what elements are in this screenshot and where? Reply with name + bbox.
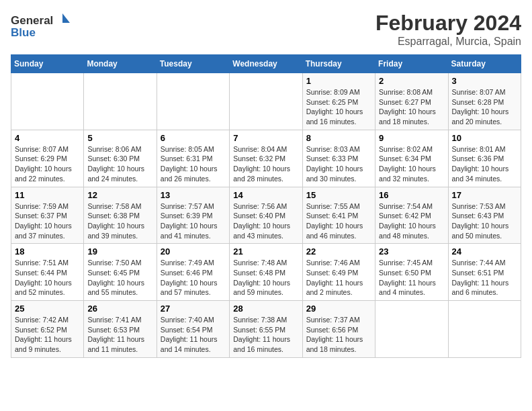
day-info: Sunrise: 7:55 AMSunset: 6:41 PMDaylight:… [306, 201, 371, 241]
day-header-sunday: Sunday [11, 55, 84, 73]
calendar-cell: 4Sunrise: 8:07 AMSunset: 6:29 PMDaylight… [11, 130, 84, 187]
calendar-cell [11, 73, 84, 130]
day-info: Sunrise: 7:46 AMSunset: 6:49 PMDaylight:… [306, 258, 371, 298]
day-number: 19 [87, 246, 152, 257]
day-info: Sunrise: 8:07 AMSunset: 6:28 PMDaylight:… [452, 87, 517, 127]
day-number: 20 [161, 246, 226, 257]
calendar-cell: 12Sunrise: 7:58 AMSunset: 6:38 PMDayligh… [84, 187, 157, 244]
day-number: 24 [452, 246, 517, 257]
day-info: Sunrise: 7:40 AMSunset: 6:54 PMDaylight:… [161, 315, 226, 355]
day-header-wednesday: Wednesday [230, 55, 302, 73]
day-number: 9 [379, 133, 444, 143]
calendar-table: SundayMondayTuesdayWednesdayThursdayFrid… [11, 54, 521, 358]
day-number: 22 [306, 246, 371, 257]
day-number: 26 [87, 304, 152, 314]
calendar-cell: 23Sunrise: 7:45 AMSunset: 6:50 PMDayligh… [375, 244, 448, 301]
day-info: Sunrise: 8:06 AMSunset: 6:30 PMDaylight:… [87, 144, 152, 184]
calendar-cell: 7Sunrise: 8:04 AMSunset: 6:32 PMDaylight… [230, 130, 302, 187]
day-info: Sunrise: 7:59 AMSunset: 6:37 PMDaylight:… [15, 201, 80, 241]
day-info: Sunrise: 7:48 AMSunset: 6:48 PMDaylight:… [233, 258, 298, 298]
day-header-saturday: Saturday [448, 55, 521, 73]
day-info: Sunrise: 8:05 AMSunset: 6:31 PMDaylight:… [161, 144, 226, 184]
calendar-cell: 27Sunrise: 7:40 AMSunset: 6:54 PMDayligh… [157, 301, 229, 358]
calendar-cell: 28Sunrise: 7:38 AMSunset: 6:55 PMDayligh… [230, 301, 302, 358]
day-number: 11 [15, 190, 80, 200]
calendar-cell: 1Sunrise: 8:09 AMSunset: 6:25 PMDaylight… [302, 73, 375, 130]
calendar-cell: 8Sunrise: 8:03 AMSunset: 6:33 PMDaylight… [302, 130, 375, 187]
calendar-cell [157, 73, 229, 130]
calendar-cell: 3Sunrise: 8:07 AMSunset: 6:28 PMDaylight… [448, 73, 521, 130]
day-info: Sunrise: 7:58 AMSunset: 6:38 PMDaylight:… [87, 201, 152, 241]
calendar-cell: 22Sunrise: 7:46 AMSunset: 6:49 PMDayligh… [302, 244, 375, 301]
day-number: 8 [306, 133, 371, 143]
title-area: February 2024 Esparragal, Murcia, Spain [375, 11, 521, 48]
day-info: Sunrise: 8:04 AMSunset: 6:32 PMDaylight:… [233, 144, 298, 184]
calendar-cell: 5Sunrise: 8:06 AMSunset: 6:30 PMDaylight… [84, 130, 157, 187]
day-info: Sunrise: 7:38 AMSunset: 6:55 PMDaylight:… [233, 315, 298, 355]
day-number: 29 [306, 304, 371, 314]
day-info: Sunrise: 7:54 AMSunset: 6:42 PMDaylight:… [379, 201, 444, 241]
calendar-cell: 2Sunrise: 8:08 AMSunset: 6:27 PMDaylight… [375, 73, 448, 130]
day-number: 5 [87, 133, 152, 143]
calendar-cell: 19Sunrise: 7:50 AMSunset: 6:45 PMDayligh… [84, 244, 157, 301]
calendar-cell: 29Sunrise: 7:37 AMSunset: 6:56 PMDayligh… [302, 301, 375, 358]
calendar-cell: 13Sunrise: 7:57 AMSunset: 6:39 PMDayligh… [157, 187, 229, 244]
day-number: 27 [161, 304, 226, 314]
svg-text:Blue: Blue [11, 26, 36, 39]
day-info: Sunrise: 8:02 AMSunset: 6:34 PMDaylight:… [379, 144, 444, 184]
day-info: Sunrise: 8:03 AMSunset: 6:33 PMDaylight:… [306, 144, 371, 184]
day-number: 28 [233, 304, 298, 314]
day-info: Sunrise: 7:50 AMSunset: 6:45 PMDaylight:… [87, 258, 152, 298]
day-number: 23 [379, 246, 444, 257]
calendar-cell: 24Sunrise: 7:44 AMSunset: 6:51 PMDayligh… [448, 244, 521, 301]
day-number: 16 [379, 190, 444, 200]
calendar-cell: 11Sunrise: 7:59 AMSunset: 6:37 PMDayligh… [11, 187, 84, 244]
calendar-cell [375, 301, 448, 358]
day-header-monday: Monday [84, 55, 157, 73]
day-info: Sunrise: 8:01 AMSunset: 6:36 PMDaylight:… [452, 144, 517, 184]
day-number: 25 [15, 304, 80, 314]
calendar-cell: 25Sunrise: 7:42 AMSunset: 6:52 PMDayligh… [11, 301, 84, 358]
calendar-cell: 26Sunrise: 7:41 AMSunset: 6:53 PMDayligh… [84, 301, 157, 358]
logo: General Blue [11, 11, 71, 41]
calendar-cell: 20Sunrise: 7:49 AMSunset: 6:46 PMDayligh… [157, 244, 229, 301]
day-number: 14 [233, 190, 298, 200]
day-number: 3 [452, 76, 517, 86]
day-info: Sunrise: 7:45 AMSunset: 6:50 PMDaylight:… [379, 258, 444, 298]
calendar-cell [230, 73, 302, 130]
day-number: 12 [87, 190, 152, 200]
day-number: 1 [306, 76, 371, 86]
header: General Blue February 2024 Esparragal, M… [11, 11, 521, 48]
day-number: 10 [452, 133, 517, 143]
calendar-subtitle: Esparragal, Murcia, Spain [375, 36, 521, 48]
calendar-cell [448, 301, 521, 358]
calendar-cell: 17Sunrise: 7:53 AMSunset: 6:43 PMDayligh… [448, 187, 521, 244]
calendar-cell: 18Sunrise: 7:51 AMSunset: 6:44 PMDayligh… [11, 244, 84, 301]
day-number: 2 [379, 76, 444, 86]
day-info: Sunrise: 7:57 AMSunset: 6:39 PMDaylight:… [161, 201, 226, 241]
day-header-tuesday: Tuesday [157, 55, 229, 73]
day-number: 21 [233, 246, 298, 257]
day-info: Sunrise: 8:07 AMSunset: 6:29 PMDaylight:… [15, 144, 80, 184]
day-header-thursday: Thursday [302, 55, 375, 73]
day-number: 4 [15, 133, 80, 143]
calendar-cell: 9Sunrise: 8:02 AMSunset: 6:34 PMDaylight… [375, 130, 448, 187]
day-number: 7 [233, 133, 298, 143]
svg-marker-1 [62, 13, 70, 23]
day-number: 18 [15, 246, 80, 257]
calendar-cell: 10Sunrise: 8:01 AMSunset: 6:36 PMDayligh… [448, 130, 521, 187]
calendar-cell: 21Sunrise: 7:48 AMSunset: 6:48 PMDayligh… [230, 244, 302, 301]
day-info: Sunrise: 8:08 AMSunset: 6:27 PMDaylight:… [379, 87, 444, 127]
calendar-cell [84, 73, 157, 130]
logo-svg: General Blue [11, 11, 71, 41]
calendar-title: February 2024 [375, 11, 521, 36]
calendar-cell: 15Sunrise: 7:55 AMSunset: 6:41 PMDayligh… [302, 187, 375, 244]
day-number: 17 [452, 190, 517, 200]
day-info: Sunrise: 7:53 AMSunset: 6:43 PMDaylight:… [452, 201, 517, 241]
day-number: 13 [161, 190, 226, 200]
day-header-friday: Friday [375, 55, 448, 73]
day-info: Sunrise: 7:37 AMSunset: 6:56 PMDaylight:… [306, 315, 371, 355]
day-info: Sunrise: 7:51 AMSunset: 6:44 PMDaylight:… [15, 258, 80, 298]
day-info: Sunrise: 7:56 AMSunset: 6:40 PMDaylight:… [233, 201, 298, 241]
svg-text:General: General [11, 14, 53, 27]
